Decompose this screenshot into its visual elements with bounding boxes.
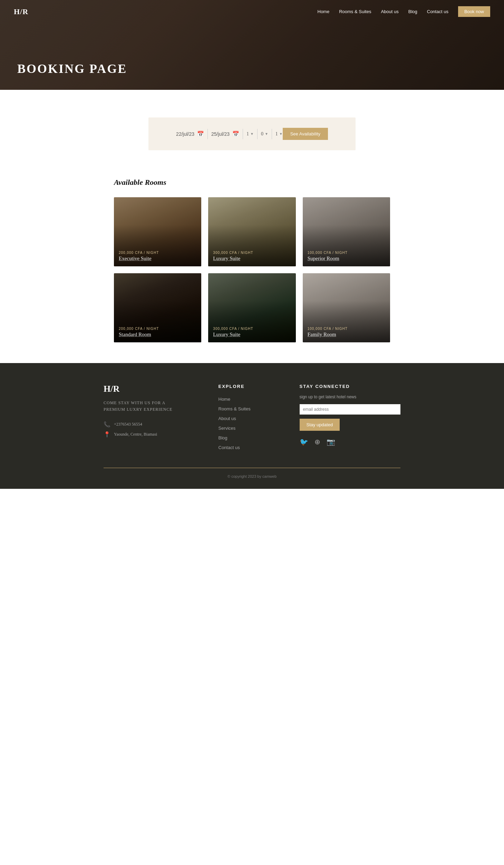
footer-stay-connected: STAY CONNECTED sign up to get latest hot… (300, 384, 401, 450)
explore-link-about[interactable]: About us (219, 415, 286, 421)
divider-4 (272, 129, 272, 139)
rooms-value: 1 (275, 131, 278, 137)
book-now-button[interactable]: Book now (458, 6, 490, 17)
divider-2 (243, 129, 243, 139)
room-info: 100,000 CFA / NIGHT Superior Room (308, 251, 348, 262)
room-card-superior[interactable]: 100,000 CFA / NIGHT Superior Room (303, 197, 390, 266)
rooms-section: Available Rooms 200,000 CFA / NIGHT Exec… (97, 171, 407, 363)
room-price: 200,000 CFA / NIGHT (119, 251, 159, 255)
room-card-family[interactable]: 100,000 CFA / NIGHT Family Room (303, 273, 390, 342)
calendar-icon-2: 📅 (232, 131, 239, 137)
footer: H/R COME STAY WITH US FOR A PREMIUM LUXR… (0, 363, 504, 489)
children-value: 0 (261, 131, 263, 137)
phone-icon: 📞 (104, 421, 110, 428)
room-card-executive[interactable]: 200,000 CFA / NIGHT Executive Suite (114, 197, 201, 266)
nav-link-home[interactable]: Home (318, 9, 330, 14)
nav-links: Home Rooms & Suites About us Blog Contac… (318, 6, 491, 17)
explore-heading: EXPLORE (219, 384, 286, 389)
room-price: 300,000 CFA / NIGHT (213, 327, 253, 331)
chevron-down-icon-3: ▼ (279, 132, 283, 136)
footer-tagline: COME STAY WITH US FOR A PREMIUM LUXRY EX… (104, 400, 173, 413)
check-in-date: 22/jul/23 (176, 131, 194, 137)
hero-section: H/R Home Rooms & Suites About us Blog Co… (0, 0, 504, 90)
booking-bar: 22/jul/23 📅 25/jul/23 📅 1 ▼ 0 ▼ (148, 117, 356, 150)
chevron-down-icon-2: ▼ (265, 132, 268, 136)
navigation: H/R Home Rooms & Suites About us Blog Co… (0, 0, 504, 23)
footer-address: Yaounde, Centre, Biamasi (114, 432, 157, 437)
room-info: 300,000 CFA / NIGHT Luxury Suite (213, 251, 253, 262)
room-name: Standard Room (119, 332, 159, 338)
footer-explore: EXPLORE Home Rooms & Suites About us Ser… (219, 384, 286, 450)
rooms-grid: 200,000 CFA / NIGHT Executive Suite 300,… (114, 197, 390, 342)
nav-logo: H/R (14, 7, 28, 16)
explore-link-blog[interactable]: Blog (219, 435, 286, 441)
instagram-icon[interactable]: 📷 (327, 438, 335, 446)
explore-link-rooms[interactable]: Rooms & Suites (219, 406, 286, 412)
room-name: Luxury Suite (213, 256, 253, 262)
room-price: 100,000 CFA / NIGHT (308, 251, 348, 255)
room-name: Family Room (308, 332, 348, 338)
nav-link-blog[interactable]: Blog (408, 9, 417, 14)
divider-3 (257, 129, 258, 139)
explore-link-services[interactable]: Services (219, 425, 286, 431)
explore-link-contact[interactable]: Contact us (219, 444, 286, 450)
room-price: 300,000 CFA / NIGHT (213, 251, 253, 255)
rooms-select[interactable]: 1 ▼ (275, 131, 283, 137)
explore-link-home[interactable]: Home (219, 396, 286, 402)
twitter-icon[interactable]: 🐦 (300, 438, 308, 446)
footer-logo: H/R (104, 384, 205, 394)
email-input[interactable] (300, 404, 401, 415)
room-name: Executive Suite (119, 256, 159, 262)
room-price: 100,000 CFA / NIGHT (308, 327, 348, 331)
nav-link-contact[interactable]: Contact us (427, 9, 448, 14)
copyright-text: © copyright 2023 by camweb (227, 474, 277, 478)
check-out-field[interactable]: 25/jul/23 📅 (211, 131, 239, 137)
stay-connected-sub: sign up to get latest hotel news (300, 395, 401, 399)
room-card-luxury2[interactable]: 300,000 CFA / NIGHT Luxury Suite (208, 273, 295, 342)
see-availability-button[interactable]: See Availability (283, 128, 328, 140)
nav-link-rooms[interactable]: Rooms & Suites (339, 9, 371, 14)
check-out-date: 25/jul/23 (211, 131, 230, 137)
facebook-icon[interactable]: ⊕ (314, 438, 320, 446)
adults-value: 1 (246, 131, 249, 137)
footer-phone-item: 📞 +2376543 56554 (104, 421, 205, 428)
children-select[interactable]: 0 ▼ (261, 131, 268, 137)
social-links: 🐦 ⊕ 📷 (300, 438, 401, 446)
room-info: 100,000 CFA / NIGHT Family Room (308, 327, 348, 338)
footer-phone: +2376543 56554 (114, 422, 142, 427)
check-in-field[interactable]: 22/jul/23 📅 (176, 131, 204, 137)
room-card-standard[interactable]: 200,000 CFA / NIGHT Standard Room (114, 273, 201, 342)
stay-connected-heading: STAY CONNECTED (300, 384, 401, 389)
footer-brand: H/R COME STAY WITH US FOR A PREMIUM LUXR… (104, 384, 205, 450)
room-price: 200,000 CFA / NIGHT (119, 327, 159, 331)
adults-select[interactable]: 1 ▼ (246, 131, 254, 137)
room-name: Luxury Suite (213, 332, 253, 338)
location-icon: 📍 (104, 431, 110, 438)
divider-1 (207, 129, 208, 139)
explore-links: Home Rooms & Suites About us Services Bl… (219, 396, 286, 450)
calendar-icon: 📅 (197, 131, 204, 137)
chevron-down-icon: ▼ (250, 132, 254, 136)
footer-address-item: 📍 Yaounde, Centre, Biamasi (104, 431, 205, 438)
room-info: 300,000 CFA / NIGHT Luxury Suite (213, 327, 253, 338)
room-card-luxury1[interactable]: 300,000 CFA / NIGHT Luxury Suite (208, 197, 295, 266)
available-rooms-heading: Available Rooms (114, 178, 390, 187)
footer-contact: 📞 +2376543 56554 📍 Yaounde, Centre, Biam… (104, 421, 205, 438)
room-name: Superior Room (308, 256, 348, 262)
stay-updated-button[interactable]: Stay updated (300, 419, 340, 431)
nav-link-about[interactable]: About us (381, 9, 398, 14)
room-info: 200,000 CFA / NIGHT Standard Room (119, 327, 159, 338)
footer-copyright: © copyright 2023 by camweb (104, 468, 400, 478)
room-info: 200,000 CFA / NIGHT Executive Suite (119, 251, 159, 262)
hero-title: BOOKING PAGE (17, 61, 127, 76)
